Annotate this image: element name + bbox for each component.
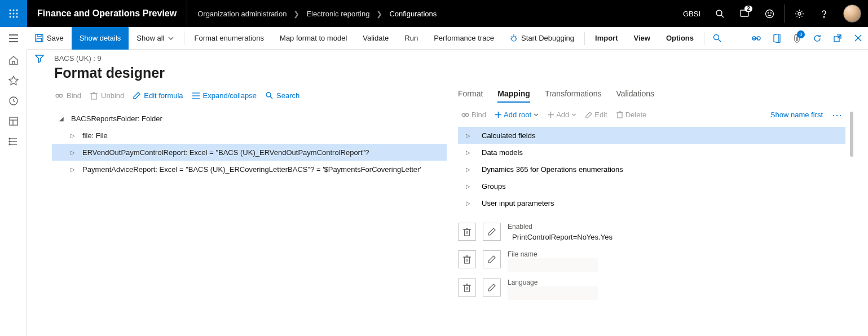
svg-point-5 [16,13,18,15]
feedback-button[interactable] [757,0,782,27]
tree-item-2[interactable]: ▷ PaymentAdviceReport: Excel = "BACS (UK… [52,161,447,178]
tree-item-1[interactable]: ▷ ERVendOutPaymControlReport: Excel = "B… [52,144,447,161]
ds-item-3[interactable]: ▷Groups [458,178,845,194]
settings-button[interactable] [787,0,812,27]
smiley-icon [765,9,774,19]
refresh-button[interactable] [807,27,827,50]
workspaces-button[interactable] [8,116,19,126]
tab-format[interactable]: Format [458,89,483,103]
prop-delete-button[interactable] [458,278,476,297]
edit-button[interactable]: Edit [582,108,610,121]
nav-toggle-button[interactable] [0,27,27,50]
start-debugging-button[interactable]: Start Debugging [502,27,582,50]
chevron-down-icon [534,113,539,116]
import-button[interactable]: Import [587,27,625,50]
format-tree: ◢ BACSReportsFolder: Folder ▷ file: File… [52,110,447,178]
prop-value[interactable] [508,258,598,272]
modules-icon [8,136,19,147]
svg-point-13 [768,12,768,13]
caret-right-icon: ▷ [466,132,474,139]
search-tree-button[interactable]: Search [262,89,303,102]
breadcrumb-item-1[interactable]: Electronic reporting [306,10,369,18]
run-button[interactable]: Run [396,27,426,50]
unbind-button[interactable]: Unbind [87,89,127,102]
expand-collapse-button[interactable]: Expand/collapse [189,89,260,102]
gear-icon [795,9,804,19]
more-button[interactable]: ⋯ [829,109,845,121]
bind-button[interactable]: Bind [52,89,85,102]
breadcrumb-item-2[interactable]: Configurations [389,10,437,18]
tab-validations[interactable]: Validations [616,89,654,103]
prop-value[interactable]: PrintControlReport=NoYes.Yes [508,231,677,244]
view-button[interactable]: View [626,27,658,50]
show-details-button[interactable]: Show details [72,27,129,50]
performance-trace-button[interactable]: Performance trace [426,27,502,50]
tab-transformations[interactable]: Transformations [545,89,602,103]
prop-delete-button[interactable] [458,223,476,241]
bug-icon [510,34,518,42]
tree-item-0[interactable]: ▷ file: File [52,127,447,144]
options-button[interactable]: Options [658,27,702,50]
svg-line-10 [721,15,724,17]
format-enumerations-button[interactable]: Format enumerations [187,27,272,50]
office-button[interactable] [766,27,787,50]
filter-button[interactable] [35,54,44,336]
scrollbar[interactable] [850,112,853,157]
map-format-button[interactable]: Map format to model [272,27,355,50]
prop-edit-button[interactable] [483,223,501,241]
prop-delete-button[interactable] [458,250,476,268]
modules-button[interactable] [8,136,19,147]
tab-mapping[interactable]: Mapping [497,89,530,103]
notification-badge: 2 [744,6,752,12]
show-all-button[interactable]: Show all [129,27,181,50]
svg-point-14 [770,12,771,13]
close-button[interactable] [848,27,868,50]
svg-line-28 [515,36,517,37]
breadcrumb-item-0[interactable]: Organization administration [197,10,287,18]
add-button[interactable]: Add [544,108,580,121]
add-root-button[interactable]: Add root [492,108,542,121]
popout-button[interactable] [827,27,848,50]
prop-edit-button[interactable] [483,250,501,268]
map-bind-button[interactable]: Bind [458,108,490,121]
tree-root-label: BACSReportsFolder: Folder [65,114,162,123]
validate-button[interactable]: Validate [355,27,396,50]
page-title: Format designer [52,63,868,89]
caret-right-icon: ▷ [466,183,474,189]
edit-formula-button[interactable]: Edit formula [130,89,186,102]
notifications-button[interactable]: 2 [732,0,757,27]
svg-rect-22 [37,38,42,42]
svg-point-2 [16,10,18,11]
ds-item-1[interactable]: ▷Data models [458,144,845,161]
save-button[interactable]: Save [27,27,72,50]
prop-edit-button[interactable] [483,278,501,297]
favorites-button[interactable] [8,76,19,86]
delete-button[interactable]: Delete [613,108,650,121]
left-nav-rail [0,50,27,336]
right-tabs: Format Mapping Transformations Validatio… [458,89,845,108]
help-button[interactable] [812,0,836,27]
search-icon [266,92,273,99]
ds-item-2[interactable]: ▷Dynamics 365 for Operations enumeration… [458,161,845,178]
svg-point-3 [10,13,11,15]
user-avatar[interactable] [843,5,861,23]
prop-value[interactable] [508,286,598,300]
recent-button[interactable] [8,96,19,106]
attachments-button[interactable]: 0 [787,27,807,50]
show-name-first-button[interactable]: Show name first [767,108,826,121]
ds-item-0[interactable]: ▷Calculated fields [458,127,845,144]
legal-entity[interactable]: GBSI [676,10,707,18]
ds-item-4[interactable]: ▷User input parameters [458,194,845,211]
header-search-button[interactable] [707,0,732,27]
tree-root[interactable]: ◢ BACSReportsFolder: Folder [52,110,447,127]
app-launcher-button[interactable] [0,0,27,27]
caret-right-icon: ▷ [466,149,474,156]
show-all-label: Show all [136,34,164,42]
svg-point-9 [716,10,722,16]
star-icon [8,76,19,86]
link-button[interactable] [746,27,766,50]
home-button[interactable] [8,55,19,65]
find-button[interactable] [707,27,727,50]
pencil-icon [585,112,592,118]
svg-point-56 [266,92,271,97]
